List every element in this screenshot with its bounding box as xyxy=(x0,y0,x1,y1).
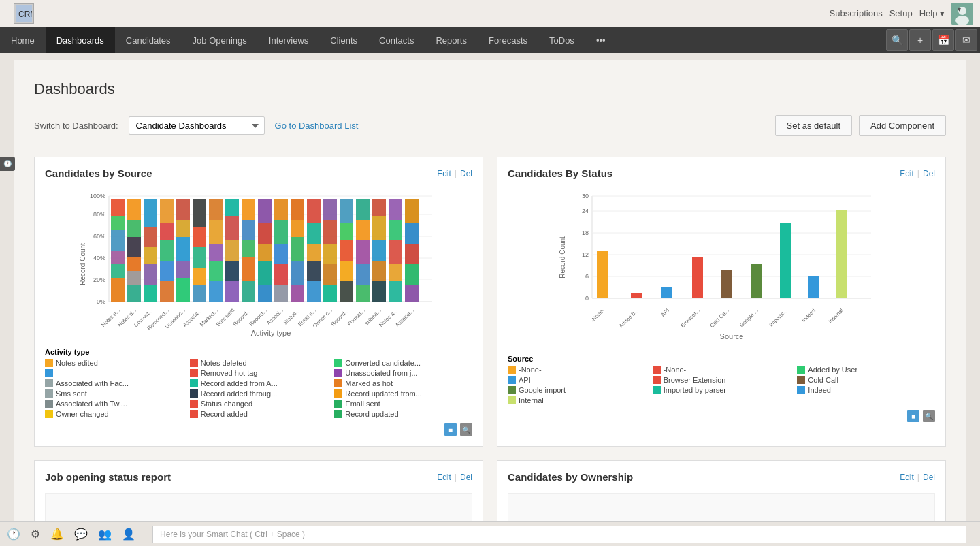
nav-more[interactable]: ••• xyxy=(585,27,617,53)
set-default-button[interactable]: Set as default xyxy=(775,115,853,136)
chart3-del-link[interactable]: Del xyxy=(460,472,472,482)
chart2-zoom-icon[interactable]: 🔍 xyxy=(923,410,935,422)
dashboard-select[interactable]: Candidate Dashboards xyxy=(129,116,265,135)
legend-item-4 xyxy=(45,369,183,377)
svg-text:Record Count: Record Count xyxy=(559,236,566,278)
email-icon-btn[interactable]: ✉ xyxy=(956,29,977,51)
subscriptions-link[interactable]: Subscriptions xyxy=(830,8,883,18)
smart-chat-input[interactable]: Here is your Smart Chat ( Ctrl + Space ) xyxy=(152,526,966,543)
legend-color-12 xyxy=(334,389,342,398)
legend-item-2: Notes deleted xyxy=(190,359,328,367)
chart2-svg: Record Count 0 6 12 18 24 30 xyxy=(508,189,935,346)
legend-item-10: Sms sent xyxy=(45,389,183,398)
chart2-bottom-icons: ■ 🔍 xyxy=(508,410,935,422)
nav-clients[interactable]: Clients xyxy=(319,27,368,53)
svg-text:Browser...: Browser... xyxy=(679,308,701,330)
legend-item-6: Unassociated from j... xyxy=(334,369,472,377)
svg-rect-32 xyxy=(127,285,141,302)
svg-rect-59 xyxy=(209,220,223,244)
chart2-legend-6: Cold Call xyxy=(797,376,935,384)
svg-rect-46 xyxy=(176,199,190,220)
svg-text:Cold Ca...: Cold Ca... xyxy=(708,308,730,330)
svg-text:Indeed: Indeed xyxy=(800,308,817,324)
svg-rect-47 xyxy=(176,220,190,237)
avatar[interactable]: ▾ xyxy=(951,3,973,25)
nav-contacts[interactable]: Contacts xyxy=(368,27,425,53)
nav-forecasts[interactable]: Forecasts xyxy=(478,27,538,53)
svg-rect-62 xyxy=(209,281,223,302)
svg-rect-79 xyxy=(258,261,272,285)
svg-text:Record...: Record... xyxy=(248,308,268,327)
svg-rect-37 xyxy=(144,264,157,285)
add-component-button[interactable]: Add Component xyxy=(859,115,946,136)
nav-dashboards[interactable]: Dashboards xyxy=(46,27,115,53)
chart1-zoom-icon[interactable]: 🔍 xyxy=(460,423,472,436)
chart2-color-icon[interactable]: ■ xyxy=(907,410,919,422)
chart2-legend-8: Imported by parser xyxy=(653,386,791,394)
svg-text:12: 12 xyxy=(582,251,589,258)
setup-link[interactable]: Setup xyxy=(889,8,913,18)
chart4-del-link[interactable]: Del xyxy=(923,472,935,482)
svg-text:Activity type: Activity type xyxy=(251,329,291,337)
nav-interviews[interactable]: Interviews xyxy=(258,27,320,53)
chart1-del-link[interactable]: Del xyxy=(460,169,472,178)
chart2-actions: Edit | Del xyxy=(900,169,935,178)
app-logo: CRM xyxy=(14,3,34,24)
chat-icon[interactable]: 💬 xyxy=(74,528,88,541)
chart1-svg: Record Count 0% 20% 40% 60% 80% 100% xyxy=(45,189,472,339)
svg-rect-106 xyxy=(340,199,353,223)
user-icon[interactable]: 👤 xyxy=(122,528,135,541)
legend-item-17: Record added xyxy=(190,410,328,418)
chart1-edit-link[interactable]: Edit xyxy=(437,169,451,178)
svg-text:-None-: -None- xyxy=(589,307,606,323)
svg-text:Record Count: Record Count xyxy=(79,243,86,285)
legend-color-2 xyxy=(190,359,198,367)
svg-rect-30 xyxy=(127,257,141,271)
chart2-legend-3: Added by User xyxy=(797,366,935,374)
go-to-list-link[interactable]: Go to Dashboard List xyxy=(275,121,359,131)
svg-rect-49 xyxy=(176,261,190,278)
nav-job-openings[interactable]: Job Openings xyxy=(182,27,258,53)
svg-rect-92 xyxy=(291,285,304,302)
chart2-edit-link[interactable]: Edit xyxy=(900,169,914,178)
svg-rect-54 xyxy=(193,247,206,268)
svg-rect-42 xyxy=(160,240,174,261)
svg-rect-61 xyxy=(209,261,223,281)
chart2-del-link[interactable]: Del xyxy=(923,169,935,178)
search-icon-btn[interactable]: 🔍 xyxy=(886,29,908,51)
svg-rect-113 xyxy=(356,220,370,240)
legend-color-10 xyxy=(45,389,53,398)
svg-text:6: 6 xyxy=(585,273,589,280)
chart2-legend-5: Browser Extension xyxy=(653,376,791,384)
history-icon[interactable]: 🕐 xyxy=(7,528,20,541)
chart2-legend-1: -None- xyxy=(508,366,646,374)
svg-rect-71 xyxy=(242,220,255,240)
svg-rect-97 xyxy=(307,261,321,281)
nav-candidates[interactable]: Candidates xyxy=(115,27,182,53)
svg-text:CRM: CRM xyxy=(18,10,32,19)
svg-rect-100 xyxy=(323,199,337,220)
svg-rect-121 xyxy=(372,261,386,281)
top-bar: CRM Subscriptions Setup Help ▾ ▾ xyxy=(0,0,980,27)
chart4-edit-link[interactable]: Edit xyxy=(900,472,914,482)
calendar-icon-btn[interactable]: 📅 xyxy=(932,29,954,51)
team-icon[interactable]: 👥 xyxy=(98,528,112,541)
nav-reports[interactable]: Reports xyxy=(425,27,478,53)
settings-icon[interactable]: ⚙ xyxy=(31,528,40,541)
notifications-icon[interactable]: 🔔 xyxy=(50,528,64,541)
add-icon-btn[interactable]: + xyxy=(909,29,931,51)
svg-rect-77 xyxy=(258,223,272,244)
svg-rect-34 xyxy=(144,199,157,227)
svg-text:Associ...: Associ... xyxy=(265,308,284,327)
svg-rect-108 xyxy=(340,240,353,261)
svg-rect-101 xyxy=(323,220,337,244)
nav-home[interactable]: Home xyxy=(0,27,46,53)
svg-rect-40 xyxy=(160,199,174,223)
help-link[interactable]: Help ▾ xyxy=(919,8,945,18)
nav-todos[interactable]: ToDos xyxy=(538,27,585,53)
chart3-edit-link[interactable]: Edit xyxy=(437,472,451,482)
svg-text:Importe...: Importe... xyxy=(768,308,789,328)
chart1-color-icon[interactable]: ■ xyxy=(444,423,457,436)
chart4-title: Candidates by Ownership xyxy=(508,471,900,483)
svg-text:100%: 100% xyxy=(90,193,105,199)
